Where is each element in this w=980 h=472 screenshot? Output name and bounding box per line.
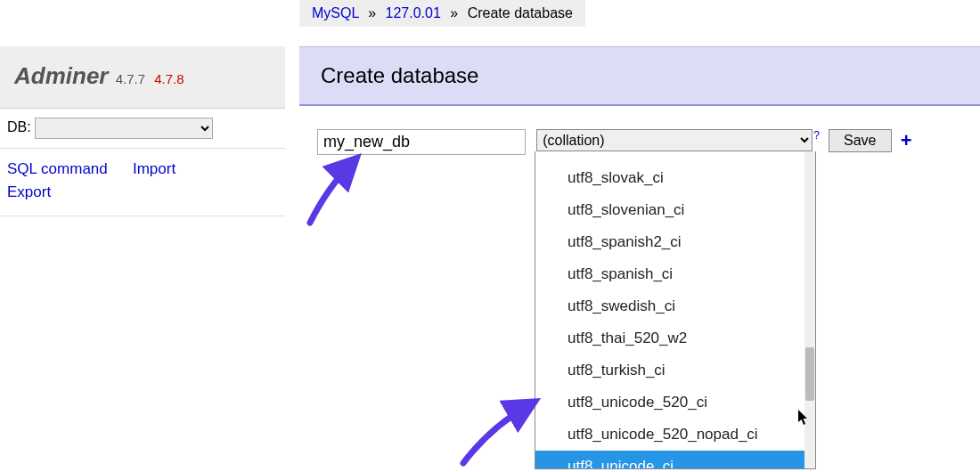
collation-option[interactable]: utf8_swedish_ci — [535, 290, 815, 322]
db-name-input[interactable] — [317, 129, 526, 155]
link-sql-command[interactable]: SQL command — [7, 158, 108, 181]
add-button[interactable]: + — [901, 129, 912, 152]
breadcrumb: MySQL » 127.0.01 » Create database — [299, 0, 585, 27]
app-version: 4.7.7 — [116, 71, 145, 86]
db-selector-row: DB: — [0, 109, 285, 149]
annotation-arrow-icon — [454, 392, 543, 472]
breadcrumb-sep: » — [368, 5, 376, 20]
collation-option[interactable]: utf8_spanish_ci — [535, 258, 815, 290]
collation-option[interactable]: utf8_spanish2_ci — [535, 226, 815, 258]
collation-dropdown-list[interactable]: utf8_slovak_ciutf8_slovenian_ciutf8_span… — [535, 151, 815, 468]
annotation-arrow-icon — [301, 151, 372, 232]
collation-option-partial[interactable] — [535, 151, 815, 162]
db-label: DB: — [7, 119, 31, 134]
app-name: Adminer — [14, 62, 108, 89]
page-title: Create database — [321, 63, 959, 88]
scrollbar-thumb[interactable] — [805, 347, 814, 401]
sidebar-links: SQL command Import Export — [0, 149, 285, 216]
breadcrumb-server[interactable]: 127.0.01 — [386, 5, 441, 20]
breadcrumb-page: Create database — [468, 5, 573, 20]
app-new-version: 4.7.8 — [154, 71, 184, 86]
collation-option[interactable]: utf8_unicode_520_nopad_ci — [535, 419, 815, 451]
collation-select[interactable]: (collation) — [536, 129, 813, 151]
collation-option[interactable]: utf8_slovak_ci — [535, 162, 815, 194]
collation-option[interactable]: utf8_thai_520_w2 — [535, 322, 815, 354]
collation-option[interactable]: utf8_slovenian_ci — [535, 194, 815, 226]
breadcrumb-driver[interactable]: MySQL — [312, 5, 359, 20]
collation-option[interactable]: utf8_turkish_ci — [535, 354, 815, 387]
link-export[interactable]: Export — [7, 181, 51, 204]
link-import[interactable]: Import — [133, 158, 176, 181]
dropdown-scrollbar[interactable] — [804, 151, 815, 468]
breadcrumb-sep: » — [450, 5, 458, 20]
logo-box: Adminer 4.7.7 4.7.8 — [0, 46, 285, 109]
save-button[interactable]: Save — [829, 129, 891, 152]
page-title-bar: Create database — [299, 46, 980, 106]
collation-option[interactable]: utf8_unicode_ci — [535, 451, 815, 468]
sidebar: Adminer 4.7.7 4.7.8 DB: SQL command Impo… — [0, 46, 285, 216]
collation-dropdown: utf8_slovak_ciutf8_slovenian_ciutf8_span… — [535, 151, 816, 469]
db-select[interactable] — [35, 118, 213, 139]
help-link[interactable]: ? — [813, 129, 820, 142]
collation-option[interactable]: utf8_unicode_520_ci — [535, 387, 815, 419]
